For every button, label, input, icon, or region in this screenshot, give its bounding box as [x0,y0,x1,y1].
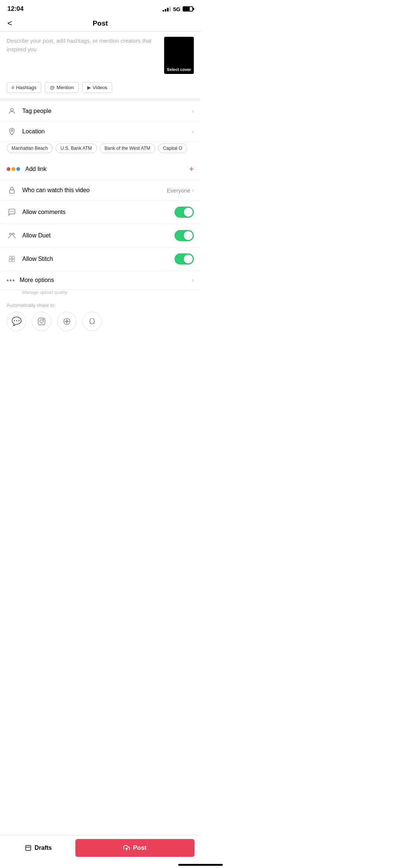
status-time: 12:04 [7,5,23,13]
share-snapchat-button[interactable] [82,312,102,331]
post-description-area: Describe your post, add hashtags, or men… [0,32,200,79]
mention-label: Mention [56,85,74,90]
allow-duet-toggle[interactable] [175,230,194,241]
duet-icon [7,231,17,240]
hashtag-icon: # [12,85,14,90]
share-section: Automatically share to: 💬 [0,298,200,334]
add-link-row[interactable]: Add link + [0,158,200,180]
link-icon [7,167,20,171]
page-title: Post [92,19,108,27]
svg-rect-9 [12,256,14,259]
allow-comments-row: Allow comments [0,201,200,224]
header: < Post [0,16,200,31]
svg-point-7 [12,233,14,236]
more-dots-icon [7,279,14,281]
svg-rect-12 [38,318,45,325]
lock-icon [7,186,17,194]
location-chips-row: Manhattan Beach U.S. Bank ATM Bank of th… [0,142,200,158]
location-chip-bankwest[interactable]: Bank of the West ATM [100,143,155,153]
who-can-watch-row[interactable]: Who can watch this video Everyone › [0,180,200,201]
svg-rect-2 [10,190,14,193]
chevron-icon: › [192,108,194,114]
chevron-icon: › [192,128,194,135]
status-icons: 5G [163,6,193,12]
share-icons-row: 💬 [7,312,194,331]
who-can-watch-value: Everyone [167,187,190,194]
status-bar: 12:04 5G [0,0,200,16]
location-chip-capital[interactable]: Capital O [158,143,187,153]
location-chip-manhattan[interactable]: Manhattan Beach [7,143,53,153]
location-label: Location [22,128,192,135]
more-options-row[interactable]: More options › [0,271,200,290]
description-placeholder[interactable]: Describe your post, add hashtags, or men… [7,37,159,54]
tag-buttons-row: # Hashtags @ Mention ▶ Videos [0,79,200,98]
svg-point-3 [10,211,11,212]
cover-thumbnail[interactable]: Select cover [164,37,194,74]
tag-people-label: Tag people [22,108,192,114]
svg-point-6 [10,233,12,236]
chevron-icon: › [192,187,194,194]
allow-stitch-toggle[interactable] [175,253,194,265]
videos-button[interactable]: ▶ Videos [82,82,113,93]
chevron-icon: › [192,277,194,284]
allow-stitch-label: Allow Stitch [22,256,175,262]
battery-icon [183,6,193,12]
tag-people-row[interactable]: Tag people › [0,101,200,122]
add-link-label: Add link [25,166,189,172]
svg-point-4 [12,211,12,212]
svg-point-13 [40,320,43,323]
allow-comments-label: Allow comments [22,209,175,216]
location-chip-usbank[interactable]: U.S. Bank ATM [56,143,97,153]
who-can-watch-label: Who can watch this video [22,187,167,194]
add-link-plus-icon[interactable]: + [189,164,194,174]
svg-point-14 [43,319,44,320]
allow-duet-row: Allow Duet [0,224,200,247]
mention-button[interactable]: @ Mention [45,82,78,93]
comments-icon [7,208,17,216]
allow-comments-toggle[interactable] [175,207,194,218]
svg-rect-11 [12,259,14,262]
hashtags-label: Hashtags [16,85,36,90]
network-type: 5G [173,6,180,12]
svg-rect-10 [9,259,12,262]
videos-label: Videos [93,85,108,90]
svg-point-0 [10,108,13,111]
svg-point-5 [13,211,13,212]
share-messages-button[interactable]: 💬 [7,312,26,331]
allow-stitch-row: Allow Stitch [0,247,200,271]
who-can-watch-right: Everyone › [167,187,194,194]
signal-icon [163,6,171,12]
location-icon [7,127,17,136]
person-icon [7,107,17,115]
mention-icon: @ [50,85,55,90]
location-row[interactable]: Location › [0,122,200,142]
hashtags-button[interactable]: # Hashtags [7,82,41,93]
cover-label: Select cover [167,66,191,74]
more-options-label: More options [20,277,192,284]
play-icon: ▶ [87,85,91,90]
allow-duet-label: Allow Duet [22,232,175,239]
share-instagram-button[interactable] [32,312,51,331]
share-label: Automatically share to: [7,302,194,308]
section-divider [0,98,200,101]
svg-rect-8 [9,256,12,259]
more-options-subtext: Manage upload quality [0,290,200,298]
share-tiktok-now-button[interactable] [57,312,76,331]
back-button[interactable]: < [7,19,12,28]
stitch-icon [7,255,17,263]
svg-point-1 [11,130,13,132]
